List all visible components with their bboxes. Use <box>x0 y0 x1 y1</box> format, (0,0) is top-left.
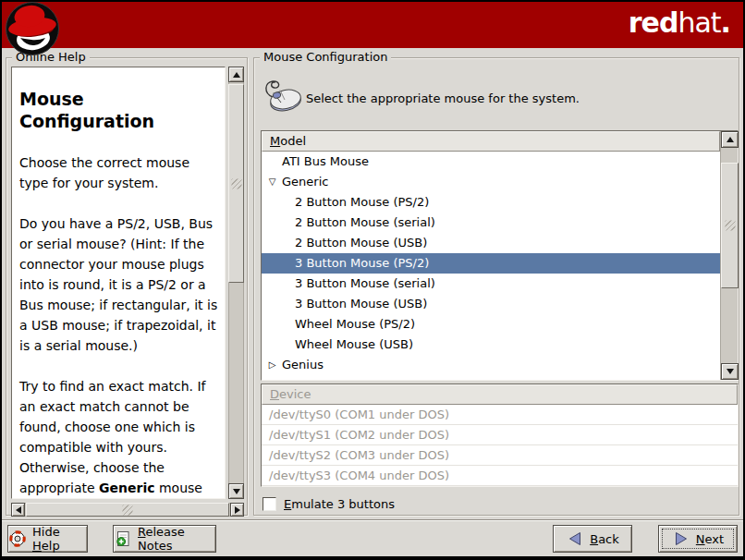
help-paragraph: Try to find an exact match. If an exact … <box>19 376 219 499</box>
scroll-left-button[interactable] <box>11 503 25 517</box>
model-row[interactable]: 3 Button Mouse (USB) <box>262 294 720 314</box>
hide-help-button[interactable]: Hide Help <box>7 525 88 553</box>
help-horizontal-scrollbar[interactable] <box>11 503 244 517</box>
model-row-label: 2 Button Mouse (USB) <box>295 236 427 250</box>
emulate-3-buttons-option[interactable]: Emulate 3 buttons <box>263 497 395 511</box>
life-buoy-icon <box>8 530 27 548</box>
help-paragraph: Do you have a PS/2, USB, Bus or serial m… <box>19 213 219 356</box>
device-list: Device /dev/ttyS0 (COM1 under DOS) /dev/… <box>261 383 739 487</box>
arrow-right-icon <box>235 506 240 514</box>
instruction-text: Select the appropriate mouse for the sys… <box>306 91 580 105</box>
installer-window: redhat. Online Help Mouse Configuration … <box>0 0 745 560</box>
help-title: Mouse Configuration <box>19 88 219 132</box>
model-column-header[interactable]: Model <box>262 131 720 152</box>
online-help-panel: Online Help Mouse Configuration Choose t… <box>6 57 248 516</box>
model-row[interactable]: ATI Bus Mouse <box>262 152 720 172</box>
scroll-up-button[interactable] <box>721 131 739 148</box>
model-row[interactable]: Wheel Mouse (PS/2) <box>262 314 720 335</box>
help-text-viewport: Mouse Configuration Choose the correct m… <box>11 67 226 499</box>
model-row-label: Generic <box>282 175 328 189</box>
model-row[interactable]: 2 Button Mouse (USB) <box>262 233 720 253</box>
scrollbar-thumb[interactable] <box>26 503 229 517</box>
model-row-selected[interactable]: 3 Button Mouse (PS/2) <box>262 253 720 274</box>
scroll-down-button[interactable] <box>228 483 244 499</box>
device-row: /dev/ttyS1 (COM2 under DOS) <box>262 425 738 445</box>
release-notes-button[interactable]: Release Notes <box>113 525 216 553</box>
back-label: Back <box>590 532 619 546</box>
expander-open-icon[interactable]: ▽ <box>265 172 279 192</box>
model-row-label: 2 Button Mouse (PS/2) <box>295 195 429 209</box>
model-row-label: Wheel Mouse (USB) <box>295 337 413 351</box>
release-notes-label: Release Notes <box>138 525 215 553</box>
help-paragraph: Choose the correct mouse type for your s… <box>19 152 219 193</box>
scrollbar-grip-icon <box>123 505 133 515</box>
scrollbar-grip-icon <box>725 221 735 231</box>
expander-closed-icon[interactable]: ▷ <box>265 355 279 375</box>
model-row-label: ATI Bus Mouse <box>282 154 369 168</box>
model-row-label: Genius <box>282 358 324 371</box>
model-list: Model ATI Bus Mouse ▽Generic 2 Button Mo… <box>261 130 739 381</box>
hide-help-label: Hide Help <box>32 525 87 553</box>
arrow-down-icon <box>233 489 240 494</box>
scrollbar-thumb[interactable] <box>721 163 739 288</box>
model-row-genius[interactable]: ▷Genius <box>262 355 720 375</box>
scroll-right-button[interactable] <box>230 503 244 517</box>
mouse-configuration-panel: Mouse Configuration Select the appropria… <box>253 57 739 516</box>
model-row-label: 3 Button Mouse (serial) <box>295 276 435 290</box>
model-row-label: 2 Button Mouse (serial) <box>295 215 435 229</box>
scroll-down-button[interactable] <box>721 363 739 380</box>
emulate-3-buttons-label: Emulate 3 buttons <box>284 497 395 511</box>
device-row: /dev/ttyS0 (COM1 under DOS) <box>262 405 738 425</box>
mouse-icon <box>262 77 302 116</box>
help-vertical-scrollbar[interactable] <box>228 67 244 499</box>
model-row-label: 3 Button Mouse (PS/2) <box>295 256 429 270</box>
device-row: /dev/ttyS3 (COM4 under DOS) <box>262 466 738 486</box>
model-row-label: Wheel Mouse (PS/2) <box>295 317 415 331</box>
next-arrow-icon <box>672 530 690 548</box>
redhat-wordmark: redhat. <box>629 6 730 39</box>
model-row[interactable]: 3 Button Mouse (serial) <box>262 274 720 294</box>
model-row-generic[interactable]: ▽Generic <box>262 172 720 192</box>
arrow-up-icon <box>233 72 240 78</box>
emulate-3-buttons-checkbox[interactable] <box>263 497 276 511</box>
help-content: Mouse Configuration Choose the correct m… <box>12 67 225 499</box>
model-row[interactable]: 2 Button Mouse (serial) <box>262 213 720 233</box>
top-banner: redhat. <box>2 2 743 48</box>
next-label: Next <box>696 532 724 546</box>
arrow-down-icon <box>727 369 734 374</box>
model-row[interactable]: Wheel Mouse (USB) <box>262 335 720 355</box>
scrollbar-thumb[interactable] <box>228 84 244 283</box>
back-button[interactable]: Back <box>553 525 632 553</box>
model-list-body: Model ATI Bus Mouse ▽Generic 2 Button Mo… <box>262 131 720 380</box>
release-notes-icon <box>114 530 132 548</box>
back-arrow-icon <box>566 530 584 548</box>
mouse-config-frame-label: Mouse Configuration <box>260 50 391 64</box>
device-column-header: Device <box>262 384 738 405</box>
model-row[interactable]: 2 Button Mouse (PS/2) <box>262 192 720 213</box>
scroll-up-button[interactable] <box>228 67 244 82</box>
arrow-left-icon <box>16 506 21 514</box>
redhat-shadowman-logo-icon <box>4 2 61 58</box>
arrow-up-icon <box>727 137 734 142</box>
footer-separator <box>2 519 743 521</box>
device-row: /dev/ttyS2 (COM3 under DOS) <box>262 445 738 466</box>
model-vertical-scrollbar[interactable] <box>720 131 738 380</box>
next-button[interactable]: Next <box>658 525 738 553</box>
model-row-label: 3 Button Mouse (USB) <box>295 297 427 310</box>
scrollbar-grip-icon <box>231 178 241 189</box>
